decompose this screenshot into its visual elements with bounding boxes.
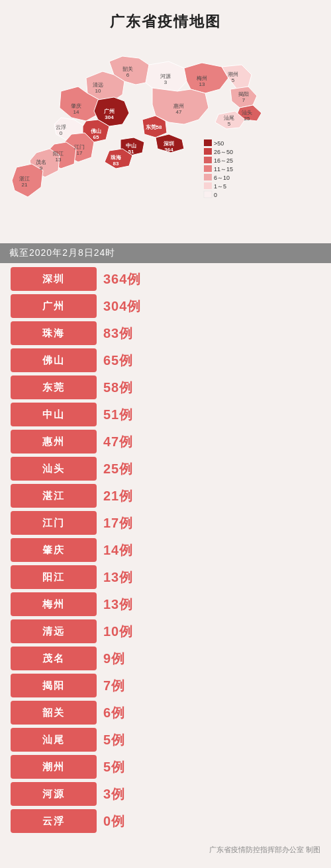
map-label-shaoguan-val: 6 <box>126 72 130 78</box>
stat-count-4: 58例 <box>103 379 133 397</box>
map-label-zhanjiang-val: 21 <box>22 182 28 188</box>
stat-city-10: 肇庆 <box>11 538 97 562</box>
stat-count-17: 5例 <box>103 731 125 749</box>
app: 广东省疫情地图 <box>0 0 331 863</box>
stat-row: 韶关6例 <box>11 701 320 725</box>
map-label-huizhou: 惠州 <box>173 103 184 109</box>
map-label-meizhou: 梅州 <box>196 75 207 81</box>
map-label-guangzhou-val: 304 <box>105 114 114 120</box>
legend-color-6 <box>204 182 212 189</box>
map-label-huizhou-val: 47 <box>176 109 182 115</box>
stat-count-19: 3例 <box>103 785 125 803</box>
stat-count-14: 9例 <box>103 650 125 668</box>
legend-color-3 <box>204 157 212 163</box>
stat-count-7: 25例 <box>103 460 133 478</box>
map-label-zhaoqing: 肇庆 <box>71 103 81 109</box>
map-label-qingyuan: 清远 <box>93 82 103 88</box>
map-label-foshan-val: 65 <box>93 134 99 140</box>
map-svg: 韶关 6 清远 10 肇庆 14 云浮 0 广州 304 佛山 65 东莞58 … <box>7 42 285 233</box>
legend-label-6: 1～5 <box>214 183 226 190</box>
stat-count-8: 21例 <box>103 487 133 505</box>
stat-city-13: 清远 <box>11 619 97 643</box>
legend-color-5 <box>204 174 212 180</box>
map-label-jieyang: 揭阳 <box>238 91 249 97</box>
stat-row: 阳江13例 <box>11 565 320 589</box>
stat-count-2: 83例 <box>103 325 133 342</box>
stat-row: 珠海83例 <box>11 321 320 345</box>
date-bar: 截至2020年2月8日24时 <box>0 243 331 263</box>
stat-row: 东莞58例 <box>11 375 320 399</box>
map-label-chaozhou-val: 5 <box>232 77 235 83</box>
stat-row: 汕头25例 <box>11 457 320 481</box>
map-label-maoming: 茂名 <box>36 159 46 165</box>
legend-color-7 <box>204 191 212 198</box>
legend-color-2 <box>204 148 212 155</box>
map-label-shenzhen: 深圳 <box>164 141 174 147</box>
stats-list: 深圳364例广州304例珠海83例佛山65例东莞58例中山51例惠州47例汕头2… <box>0 263 331 840</box>
map-label-yunfu: 云浮 <box>56 124 66 130</box>
stat-count-0: 364例 <box>103 270 141 288</box>
map-label-zhongshan-val: 51 <box>128 149 134 155</box>
map-label-yangjiang: 阳江 <box>53 151 64 157</box>
map-label-heyuan-val: 3 <box>164 79 167 85</box>
stat-city-17: 汕尾 <box>11 728 97 752</box>
stat-row: 汕尾5例 <box>11 728 320 752</box>
stat-count-3: 65例 <box>103 352 133 370</box>
stat-row: 茂名9例 <box>11 647 320 670</box>
footer: 广东省疫情防控指挥部办公室 制图 <box>0 840 331 863</box>
map-label-chaozhou: 潮州 <box>228 71 238 77</box>
map-label-zhuhai-val: 83 <box>113 161 119 167</box>
stat-row: 揭阳7例 <box>11 674 320 697</box>
stat-count-15: 7例 <box>103 677 125 695</box>
stat-count-5: 51例 <box>103 406 133 424</box>
map-label-jieyang-val: 7 <box>242 97 246 103</box>
stat-city-1: 广州 <box>11 294 97 318</box>
map-label-shantou-val: 25 <box>244 116 250 122</box>
map-label-jiangmen-val: 17 <box>77 150 83 156</box>
legend-label-3: 16～25 <box>214 157 233 164</box>
stat-row: 佛山65例 <box>11 348 320 372</box>
map-label-yunfu-val: 0 <box>60 130 63 136</box>
stat-city-5: 中山 <box>11 403 97 426</box>
legend-label-7: 0 <box>214 192 217 198</box>
map-label-shanwei-val: 5 <box>228 121 231 127</box>
stat-city-2: 珠海 <box>11 321 97 345</box>
stat-city-0: 深圳 <box>11 267 97 291</box>
stat-count-6: 47例 <box>103 433 133 451</box>
stat-count-9: 17例 <box>103 514 133 532</box>
stat-city-19: 河源 <box>11 782 97 806</box>
map-label-zhuhai: 珠海 <box>110 155 122 161</box>
stat-count-12: 13例 <box>103 596 133 613</box>
stat-count-20: 0例 <box>103 812 125 830</box>
map-label-zhongshan: 中山 <box>126 143 136 149</box>
stat-row: 湛江21例 <box>11 484 320 508</box>
stat-row: 清远10例 <box>11 619 320 643</box>
stat-city-15: 揭阳 <box>11 674 97 697</box>
stat-row: 江门17例 <box>11 511 320 535</box>
map-label-heyuan: 河源 <box>160 73 171 79</box>
stat-city-12: 梅州 <box>11 592 97 616</box>
map-container: 韶关 6 清远 10 肇庆 14 云浮 0 广州 304 佛山 65 东莞58 … <box>0 38 331 243</box>
map-label-shanwei: 汕尾 <box>224 115 234 121</box>
stat-row: 中山51例 <box>11 403 320 426</box>
map-label-shenzhen-val: 364 <box>164 147 173 153</box>
stat-row: 深圳364例 <box>11 267 320 291</box>
stat-row: 潮州5例 <box>11 755 320 779</box>
legend-label-1: >50 <box>214 140 224 147</box>
stat-city-14: 茂名 <box>11 647 97 670</box>
stat-count-18: 5例 <box>103 758 125 776</box>
map-label-meizhou-val: 13 <box>199 81 205 87</box>
map-label-qingyuan-val: 10 <box>95 88 101 94</box>
legend-label-2: 26～50 <box>214 149 233 155</box>
map-label-foshan: 佛山 <box>90 128 101 134</box>
stat-city-9: 江门 <box>11 511 97 535</box>
stat-row: 梅州13例 <box>11 592 320 616</box>
stat-city-20: 云浮 <box>11 809 97 833</box>
legend-color-1 <box>204 139 212 146</box>
map-label-jiangmen: 江门 <box>74 144 85 150</box>
stat-row: 云浮0例 <box>11 809 320 833</box>
stat-city-16: 韶关 <box>11 701 97 725</box>
stat-city-4: 东莞 <box>11 375 97 399</box>
legend-color-4 <box>204 165 212 172</box>
stat-city-18: 潮州 <box>11 755 97 779</box>
